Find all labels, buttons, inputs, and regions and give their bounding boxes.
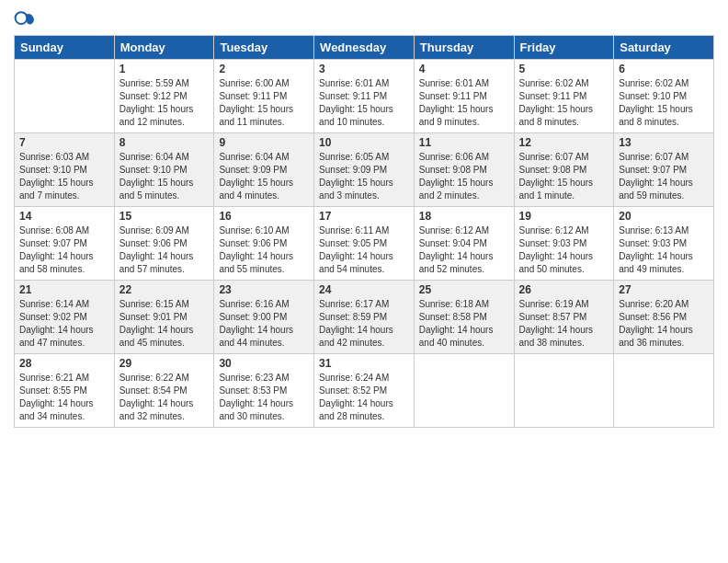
day-number: 15: [119, 210, 210, 223]
day-info: Sunrise: 6:21 AM Sunset: 8:55 PM Dayligh…: [19, 372, 109, 423]
calendar-header-sunday: Sunday: [15, 36, 115, 60]
calendar-cell: 13Sunrise: 6:07 AM Sunset: 9:07 PM Dayli…: [614, 133, 714, 207]
day-info: Sunrise: 6:04 AM Sunset: 9:09 PM Dayligh…: [219, 151, 309, 202]
day-info: Sunrise: 6:07 AM Sunset: 9:08 PM Dayligh…: [519, 151, 609, 202]
calendar-cell: 9Sunrise: 6:04 AM Sunset: 9:09 PM Daylig…: [214, 133, 314, 207]
calendar-cell: 27Sunrise: 6:20 AM Sunset: 8:56 PM Dayli…: [614, 281, 714, 354]
day-number: 21: [19, 283, 109, 296]
day-info: Sunrise: 6:16 AM Sunset: 9:00 PM Dayligh…: [219, 298, 309, 350]
calendar-cell: 14Sunrise: 6:08 AM Sunset: 9:07 PM Dayli…: [15, 207, 115, 281]
calendar-cell: [15, 60, 115, 133]
day-number: 7: [19, 136, 109, 149]
day-number: 8: [119, 136, 210, 149]
calendar-cell: 21Sunrise: 6:14 AM Sunset: 9:02 PM Dayli…: [15, 281, 115, 354]
day-number: 26: [519, 283, 609, 296]
calendar-header-thursday: Thursday: [414, 36, 514, 60]
day-info: Sunrise: 6:11 AM Sunset: 9:05 PM Dayligh…: [319, 224, 409, 276]
calendar-header-saturday: Saturday: [614, 36, 714, 60]
day-number: 3: [319, 63, 409, 75]
day-info: Sunrise: 6:22 AM Sunset: 8:54 PM Dayligh…: [119, 372, 210, 423]
day-info: Sunrise: 6:02 AM Sunset: 9:11 PM Dayligh…: [519, 77, 609, 129]
calendar-cell: 18Sunrise: 6:12 AM Sunset: 9:04 PM Dayli…: [414, 207, 514, 281]
calendar-cell: 25Sunrise: 6:18 AM Sunset: 8:58 PM Dayli…: [414, 281, 514, 354]
calendar-cell: 20Sunrise: 6:13 AM Sunset: 9:03 PM Dayli…: [614, 207, 714, 281]
calendar-week-1: 1Sunrise: 5:59 AM Sunset: 9:12 PM Daylig…: [15, 60, 714, 133]
day-info: Sunrise: 5:59 AM Sunset: 9:12 PM Dayligh…: [119, 77, 210, 129]
day-info: Sunrise: 6:23 AM Sunset: 8:53 PM Dayligh…: [219, 372, 309, 423]
day-number: 28: [19, 357, 109, 370]
calendar-cell: 1Sunrise: 5:59 AM Sunset: 9:12 PM Daylig…: [114, 60, 214, 133]
calendar-cell: 28Sunrise: 6:21 AM Sunset: 8:55 PM Dayli…: [15, 354, 115, 428]
logo: [14, 9, 40, 31]
day-info: Sunrise: 6:20 AM Sunset: 8:56 PM Dayligh…: [619, 298, 709, 350]
day-info: Sunrise: 6:17 AM Sunset: 8:59 PM Dayligh…: [319, 298, 409, 350]
calendar-cell: 30Sunrise: 6:23 AM Sunset: 8:53 PM Dayli…: [214, 354, 314, 428]
day-info: Sunrise: 6:13 AM Sunset: 9:03 PM Dayligh…: [619, 224, 709, 276]
day-number: 20: [619, 210, 709, 223]
day-number: 14: [19, 210, 109, 223]
day-number: 17: [319, 210, 409, 223]
calendar-cell: 7Sunrise: 6:03 AM Sunset: 9:10 PM Daylig…: [15, 133, 115, 207]
calendar-cell: 12Sunrise: 6:07 AM Sunset: 9:08 PM Dayli…: [514, 133, 614, 207]
day-number: 9: [219, 136, 309, 149]
day-info: Sunrise: 6:00 AM Sunset: 9:11 PM Dayligh…: [219, 77, 309, 129]
day-info: Sunrise: 6:01 AM Sunset: 9:11 PM Dayligh…: [419, 77, 509, 129]
logo-icon: [14, 9, 36, 31]
calendar-cell: [514, 354, 614, 428]
day-info: Sunrise: 6:24 AM Sunset: 8:52 PM Dayligh…: [319, 372, 409, 423]
day-info: Sunrise: 6:04 AM Sunset: 9:10 PM Dayligh…: [119, 151, 210, 202]
calendar-header-monday: Monday: [114, 36, 214, 60]
calendar-week-5: 28Sunrise: 6:21 AM Sunset: 8:55 PM Dayli…: [15, 354, 714, 428]
calendar-week-3: 14Sunrise: 6:08 AM Sunset: 9:07 PM Dayli…: [15, 207, 714, 281]
day-info: Sunrise: 6:09 AM Sunset: 9:06 PM Dayligh…: [119, 224, 210, 276]
day-number: 5: [519, 63, 609, 75]
calendar-cell: 6Sunrise: 6:02 AM Sunset: 9:10 PM Daylig…: [614, 60, 714, 133]
day-info: Sunrise: 6:14 AM Sunset: 9:02 PM Dayligh…: [19, 298, 109, 350]
day-info: Sunrise: 6:12 AM Sunset: 9:04 PM Dayligh…: [419, 224, 509, 276]
day-info: Sunrise: 6:02 AM Sunset: 9:10 PM Dayligh…: [619, 77, 709, 129]
calendar-cell: 10Sunrise: 6:05 AM Sunset: 9:09 PM Dayli…: [314, 133, 415, 207]
calendar-cell: 15Sunrise: 6:09 AM Sunset: 9:06 PM Dayli…: [114, 207, 214, 281]
day-info: Sunrise: 6:03 AM Sunset: 9:10 PM Dayligh…: [19, 151, 109, 202]
day-info: Sunrise: 6:18 AM Sunset: 8:58 PM Dayligh…: [419, 298, 509, 350]
day-number: 25: [419, 283, 509, 296]
day-number: 11: [419, 136, 509, 149]
calendar-cell: 31Sunrise: 6:24 AM Sunset: 8:52 PM Dayli…: [314, 354, 415, 428]
day-number: 12: [519, 136, 609, 149]
calendar-week-2: 7Sunrise: 6:03 AM Sunset: 9:10 PM Daylig…: [15, 133, 714, 207]
calendar-cell: 22Sunrise: 6:15 AM Sunset: 9:01 PM Dayli…: [114, 281, 214, 354]
day-number: 4: [419, 63, 509, 75]
calendar-header-tuesday: Tuesday: [214, 36, 314, 60]
calendar-cell: [614, 354, 714, 428]
calendar-cell: 8Sunrise: 6:04 AM Sunset: 9:10 PM Daylig…: [114, 133, 214, 207]
day-number: 10: [319, 136, 409, 149]
calendar-cell: 26Sunrise: 6:19 AM Sunset: 8:57 PM Dayli…: [514, 281, 614, 354]
day-number: 1: [119, 63, 210, 75]
day-number: 29: [119, 357, 210, 370]
day-info: Sunrise: 6:07 AM Sunset: 9:07 PM Dayligh…: [619, 151, 709, 202]
day-number: 2: [219, 63, 309, 75]
day-info: Sunrise: 6:19 AM Sunset: 8:57 PM Dayligh…: [519, 298, 609, 350]
day-number: 30: [219, 357, 309, 370]
calendar-cell: 11Sunrise: 6:06 AM Sunset: 9:08 PM Dayli…: [414, 133, 514, 207]
calendar-cell: 16Sunrise: 6:10 AM Sunset: 9:06 PM Dayli…: [214, 207, 314, 281]
day-info: Sunrise: 6:15 AM Sunset: 9:01 PM Dayligh…: [119, 298, 210, 350]
day-info: Sunrise: 6:05 AM Sunset: 9:09 PM Dayligh…: [319, 151, 409, 202]
day-number: 24: [319, 283, 409, 296]
day-info: Sunrise: 6:10 AM Sunset: 9:06 PM Dayligh…: [219, 224, 309, 276]
day-number: 18: [419, 210, 509, 223]
calendar-table: SundayMondayTuesdayWednesdayThursdayFrid…: [14, 35, 714, 428]
calendar-cell: [414, 354, 514, 428]
calendar-cell: 2Sunrise: 6:00 AM Sunset: 9:11 PM Daylig…: [214, 60, 314, 133]
day-number: 23: [219, 283, 309, 296]
calendar-cell: 29Sunrise: 6:22 AM Sunset: 8:54 PM Dayli…: [114, 354, 214, 428]
calendar-header-row: SundayMondayTuesdayWednesdayThursdayFrid…: [15, 36, 714, 60]
calendar-cell: 5Sunrise: 6:02 AM Sunset: 9:11 PM Daylig…: [514, 60, 614, 133]
calendar-cell: 24Sunrise: 6:17 AM Sunset: 8:59 PM Dayli…: [314, 281, 415, 354]
page-container: SundayMondayTuesdayWednesdayThursdayFrid…: [0, 0, 728, 437]
calendar-week-4: 21Sunrise: 6:14 AM Sunset: 9:02 PM Dayli…: [15, 281, 714, 354]
day-number: 13: [619, 136, 709, 149]
day-info: Sunrise: 6:06 AM Sunset: 9:08 PM Dayligh…: [419, 151, 509, 202]
calendar-header-wednesday: Wednesday: [314, 36, 415, 60]
day-number: 19: [519, 210, 609, 223]
